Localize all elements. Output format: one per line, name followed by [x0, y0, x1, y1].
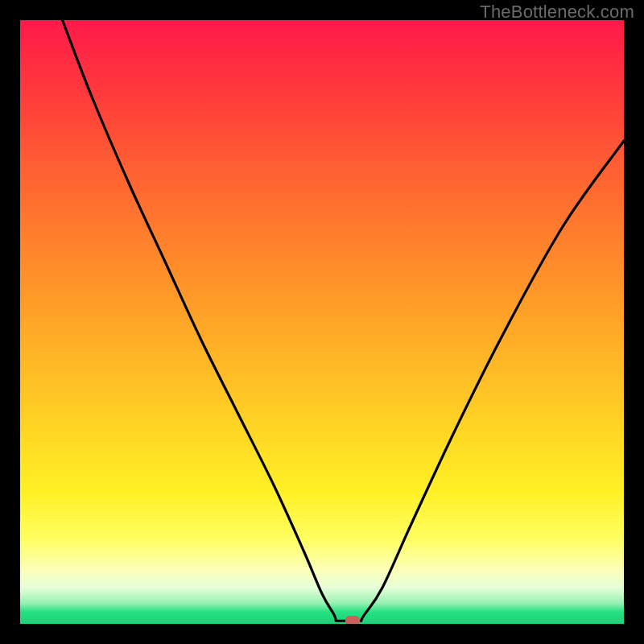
optimal-point-marker [345, 616, 360, 624]
chart-frame: TheBottleneck.com [0, 0, 644, 644]
bottleneck-curve [20, 20, 624, 624]
watermark-text: TheBottleneck.com [480, 2, 634, 23]
plot-area [20, 20, 624, 624]
